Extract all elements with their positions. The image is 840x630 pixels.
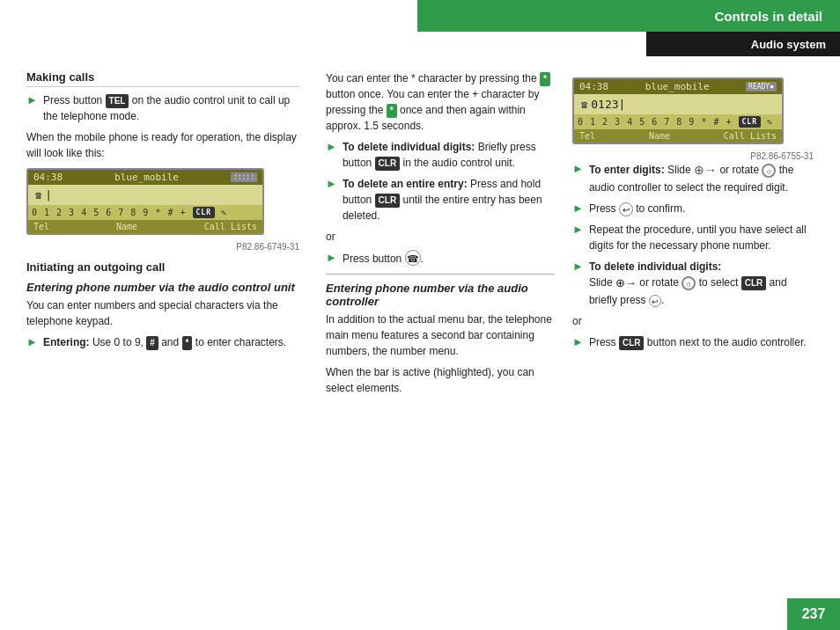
delete-entire-bullet: ► To delete an entire entry: Press and h… bbox=[326, 176, 555, 223]
screen1-caption: P82.86-6749-31 bbox=[26, 242, 299, 252]
main-content: Making calls ► Press button TEL on the a… bbox=[0, 70, 840, 630]
arrow-icon-3: ► bbox=[326, 140, 337, 153]
entering-subheading: Entering phone number via the audio cont… bbox=[26, 281, 299, 294]
entering-text: You can enter numbers and special charac… bbox=[26, 297, 299, 329]
screen2-value: 0123| bbox=[591, 98, 625, 111]
clr-badge-1: CLR bbox=[375, 157, 401, 171]
screen2-ready: READY▪ bbox=[746, 82, 777, 92]
delete-individual-bullet: ► To delete individual digits: Briefly p… bbox=[326, 139, 555, 171]
slide-icon-2: ⊕→ bbox=[615, 276, 637, 289]
press-clr-text: Press CLR button next to the audio contr… bbox=[589, 334, 807, 350]
plus-key-badge: * bbox=[387, 104, 397, 118]
press-tel-text: Press button TEL on the audio control un… bbox=[43, 92, 299, 124]
screen2-bottom: Tel Name Call Lists bbox=[574, 129, 782, 143]
making-calls-heading: Making calls bbox=[26, 70, 299, 87]
hash-badge: # bbox=[146, 336, 158, 350]
delete-digits-bullet: ► To delete individual digits: Slide ⊕→ … bbox=[572, 259, 814, 308]
screen2-top-bar: 04:38 blue_mobile READY▪ bbox=[574, 79, 782, 94]
clr-badge-2: CLR bbox=[375, 194, 401, 208]
screen1-cursor: | bbox=[45, 188, 52, 201]
screen1-numpad: 0 1 2 3 4 5 6 7 8 9 * # + CLR ✎ bbox=[28, 205, 262, 220]
left-column: Making calls ► Press button TEL on the a… bbox=[26, 70, 317, 630]
screen2-input: ☎ 0123| bbox=[574, 94, 782, 114]
arrow-icon-2: ► bbox=[26, 335, 38, 348]
press-icon: ↩ bbox=[649, 295, 661, 307]
repeat-bullet: ► Repeat the procedure, until you have s… bbox=[572, 222, 814, 253]
when-ready-text: When the mobile phone is ready for opera… bbox=[26, 129, 299, 161]
rotate-icon-2: ○ bbox=[682, 276, 696, 290]
screen2-calls: Call Lists bbox=[724, 131, 777, 141]
subsection-title: Audio system bbox=[751, 38, 826, 51]
screen1-ready: ::::: bbox=[231, 172, 257, 182]
section-header: Controls in detail bbox=[417, 0, 840, 32]
arrow-icon-8: ► bbox=[572, 223, 584, 236]
or-text-mid: or bbox=[326, 229, 555, 245]
screen1-input: ☎ | bbox=[28, 185, 262, 205]
entering-controller-subheading: Entering phone number via the audio cont… bbox=[326, 282, 555, 308]
arrow-icon: ► bbox=[26, 93, 38, 106]
right-column: 04:38 blue_mobile READY▪ ☎ 0123| 0 1 2 3… bbox=[564, 70, 814, 630]
screen-mockup-2: 04:38 blue_mobile READY▪ ☎ 0123| 0 1 2 3… bbox=[572, 77, 784, 144]
screen2-caption: P82.86-6755-31 bbox=[572, 151, 814, 161]
star-key-badge: * bbox=[540, 72, 550, 86]
slide-icon-1: ⊕→ bbox=[694, 161, 717, 179]
star-char-text: You can enter the * character by pressin… bbox=[326, 70, 555, 134]
phone-round-button: ☎ bbox=[405, 250, 421, 266]
screen1-name: blue_mobile bbox=[114, 172, 179, 183]
tel-key-badge: TEL bbox=[106, 94, 129, 108]
section-title: Controls in detail bbox=[714, 9, 822, 24]
delete-entire-text: To delete an entire entry: Press and hol… bbox=[343, 176, 555, 223]
delete-digits-text: To delete individual digits: Slide ⊕→ or… bbox=[589, 259, 814, 308]
screen2-time: 04:38 bbox=[579, 81, 608, 92]
screen-mockup-1: 04:38 blue_mobile ::::: ☎ | 0 1 2 3 4 5 … bbox=[26, 168, 264, 235]
rotate-icon-1: ○ bbox=[762, 164, 776, 178]
arrow-icon-5: ► bbox=[326, 251, 337, 264]
middle-column: You can enter the * character by pressin… bbox=[317, 70, 564, 630]
or-text-right: or bbox=[572, 313, 814, 329]
confirm-icon: ↩ bbox=[619, 202, 633, 216]
screen2-tel: Tel bbox=[579, 131, 595, 141]
screen2-numpad: 0 1 2 3 4 5 6 7 8 9 * # + CLR ✎ bbox=[574, 114, 782, 129]
delete-individual-text: To delete individual digits: Briefly pre… bbox=[343, 139, 555, 171]
enter-digits-bullet: ► To enter digits: Slide ⊕→ or rotate ○ … bbox=[572, 161, 814, 195]
screen1-bottom: Tel Name Call Lists bbox=[28, 220, 262, 233]
screen1-name-bar: Name bbox=[116, 222, 137, 231]
press-confirm-text: Press ↩ to confirm. bbox=[589, 201, 685, 216]
screen1-top-bar: 04:38 blue_mobile ::::: bbox=[28, 170, 262, 185]
repeat-text: Repeat the procedure, until you have sel… bbox=[589, 222, 814, 253]
entering-controller-text1: In addition to the actual menu bar, the … bbox=[326, 311, 555, 359]
clr-badge-3: CLR bbox=[741, 276, 767, 290]
press-phone-text: Press button ☎. bbox=[343, 250, 424, 267]
arrow-icon-7: ► bbox=[572, 201, 584, 215]
press-clr-bullet: ► Press CLR button next to the audio con… bbox=[572, 334, 814, 350]
screen1-tel: Tel bbox=[33, 222, 49, 231]
press-confirm-bullet: ► Press ↩ to confirm. bbox=[572, 201, 814, 216]
subsection-header: Audio system bbox=[646, 32, 840, 56]
screen1-calls: Call Lists bbox=[204, 222, 257, 231]
entering-bullet: ► Entering: Use 0 to 9, # and * to enter… bbox=[26, 334, 299, 350]
arrow-icon-10: ► bbox=[572, 335, 584, 348]
divider bbox=[326, 274, 555, 275]
arrow-icon-9: ► bbox=[572, 260, 584, 273]
screen2-name: blue_mobile bbox=[645, 81, 710, 92]
phone-icon: ☎ bbox=[35, 189, 41, 201]
star-badge-left: * bbox=[182, 336, 193, 350]
arrow-icon-4: ► bbox=[326, 177, 337, 190]
arrow-icon-6: ► bbox=[572, 162, 584, 175]
screen2-clr: CLR bbox=[739, 116, 761, 128]
press-tel-bullet: ► Press button TEL on the audio control … bbox=[26, 92, 299, 124]
phone-icon-2: ☎ bbox=[581, 99, 587, 111]
screen1-clr: CLR bbox=[193, 207, 215, 218]
entering-detail: Entering: Use 0 to 9, # and * to enter c… bbox=[43, 334, 286, 350]
screen2-name-bar: Name bbox=[649, 131, 670, 141]
screen1-time: 04:38 bbox=[33, 172, 63, 183]
entering-controller-text2: When the bar is active (highlighted), yo… bbox=[326, 364, 555, 396]
enter-digits-text: To enter digits: Slide ⊕→ or rotate ○ th… bbox=[589, 161, 814, 195]
clr-badge-4: CLR bbox=[619, 336, 645, 350]
press-phone-bullet: ► Press button ☎. bbox=[326, 250, 555, 267]
initiating-heading: Initiating an outgoing call bbox=[26, 260, 299, 274]
